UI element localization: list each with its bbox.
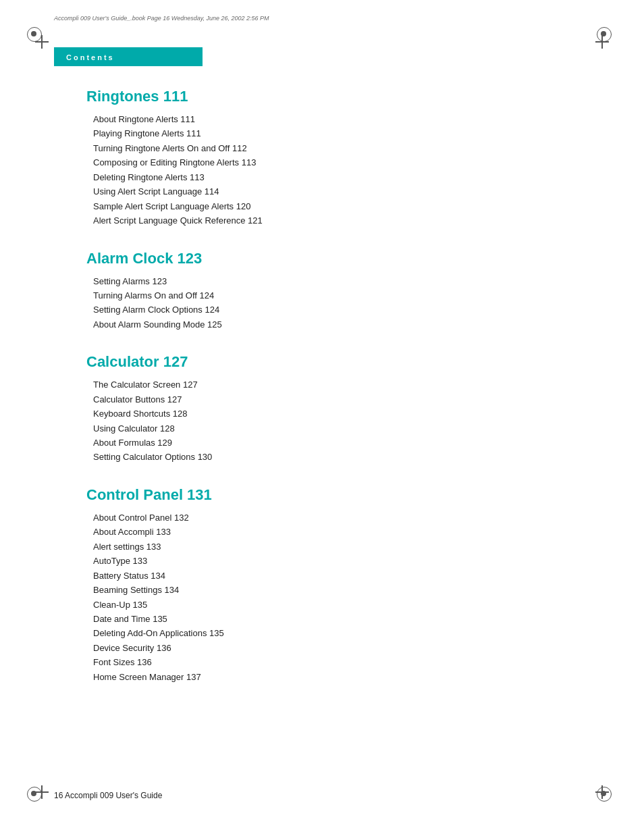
ringtones-items: About Ringtone Alerts 111 Playing Ringto… [93,112,576,228]
list-item: Setting Calculator Options 130 [93,450,576,464]
list-item: Device Security 136 [93,641,576,655]
alarm-clock-items: Setting Alarms 123 Turning Alarms On and… [93,274,576,332]
main-content: Ringtones 111 About Ringtone Alerts 111 … [86,88,576,780]
heading-ringtones: Ringtones 111 [86,88,576,105]
list-item: Date and Time 135 [93,612,576,626]
list-item: About Control Panel 132 [93,511,576,525]
contents-title: Contents [66,53,115,61]
list-item: Deleting Add-On Applications 135 [93,626,576,640]
list-item: Setting Alarm Clock Options 124 [93,303,576,317]
list-item: Sample Alert Script Language Alerts 120 [93,199,576,213]
contents-header-bar: Contents [54,47,203,66]
page-number-text: 16 Accompli 009 User's Guide [54,791,162,800]
list-item: Clean-Up 135 [93,598,576,612]
list-item: The Calculator Screen 127 [93,377,576,392]
list-item: Playing Ringtone Alerts 111 [93,126,576,140]
list-item: Setting Alarms 123 [93,274,576,288]
list-item: Composing or Editing Ringtone Alerts 113 [93,155,576,170]
cross-bl [35,785,49,799]
list-item: Home Screen Manager 137 [93,670,576,684]
cross-br [595,785,609,799]
list-item: Deleting Ringtone Alerts 113 [93,170,576,184]
list-item: Turning Alarms On and Off 124 [93,288,576,303]
top-metadata: Accompli 009 User's Guide_.book Page 16 … [54,15,590,22]
list-item: Using Alert Script Language 114 [93,184,576,199]
list-item: Using Calculator 128 [93,421,576,436]
list-item: Calculator Buttons 127 [93,392,576,407]
list-item: About Ringtone Alerts 111 [93,112,576,126]
heading-control-panel: Control Panel 131 [86,486,576,504]
calculator-items: The Calculator Screen 127 Calculator But… [93,377,576,465]
list-item: Keyboard Shortcuts 128 [93,407,576,421]
cross-tr [595,35,609,49]
list-item: Beaming Settings 134 [93,583,576,597]
list-item: Alert Script Language Quick Reference 12… [93,213,576,228]
list-item: Font Sizes 136 [93,655,576,669]
list-item: About Formulas 129 [93,436,576,450]
section-control-panel: Control Panel 131 About Control Panel 13… [86,486,576,684]
list-item: About Accompli 133 [93,525,576,539]
heading-alarm-clock: Alarm Clock 123 [86,250,576,267]
section-alarm-clock: Alarm Clock 123 Setting Alarms 123 Turni… [86,250,576,332]
list-item: About Alarm Sounding Mode 125 [93,317,576,332]
list-item: AutoType 133 [93,554,576,568]
section-calculator: Calculator 127 The Calculator Screen 127… [86,353,576,465]
cross-tl [35,35,49,49]
list-item: Alert settings 133 [93,540,576,554]
list-item: Battery Status 134 [93,569,576,583]
heading-calculator: Calculator 127 [86,353,576,371]
page-footer: 16 Accompli 009 User's Guide [54,791,162,800]
list-item: Turning Ringtone Alerts On and Off 112 [93,141,576,155]
control-panel-items: About Control Panel 132 About Accompli 1… [93,511,576,684]
page: Accompli 009 User's Guide_.book Page 16 … [0,0,644,834]
section-ringtones: Ringtones 111 About Ringtone Alerts 111 … [86,88,576,228]
